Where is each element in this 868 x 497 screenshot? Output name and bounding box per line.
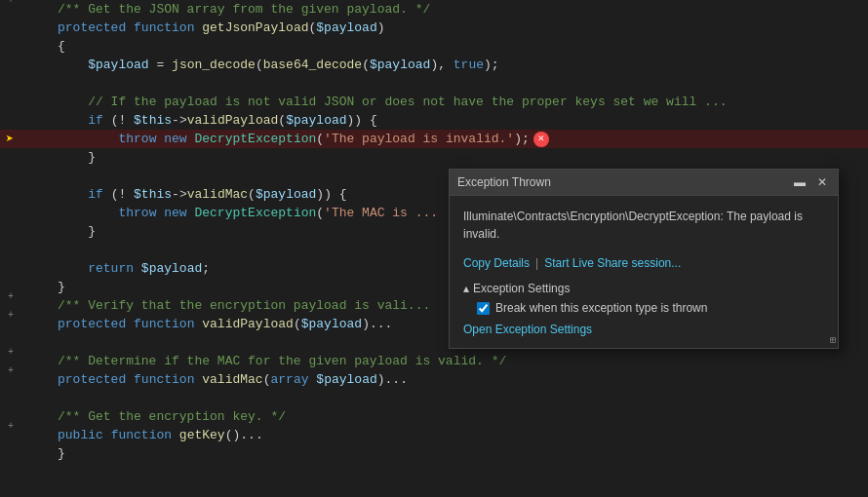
- line-content-3: {: [54, 37, 868, 56]
- code-line-9: }: [0, 148, 868, 167]
- code-editor: + /** Get the JSON array from the given …: [0, 0, 868, 497]
- fold-icon-24[interactable]: +: [8, 421, 14, 432]
- line-content-7: if (! $this->validPayload($payload)) {: [54, 111, 868, 130]
- code-line-20: + /** Determine if the MAC for the given…: [0, 352, 868, 370]
- code-line-25: }: [0, 444, 868, 463]
- line-content-4: $payload = json_decode(base64_decode($pa…: [54, 56, 868, 74]
- code-line-8: ➤ throw new DecryptException('The payloa…: [0, 130, 868, 148]
- code-line-24: + public function getKey()...: [0, 426, 868, 444]
- fold-icon-18[interactable]: +: [8, 310, 14, 321]
- break-exception-label: Break when this exception type is thrown: [495, 301, 707, 315]
- code-line-22: [0, 389, 868, 407]
- line-content-25: }: [54, 444, 868, 463]
- fold-icon-20[interactable]: +: [8, 347, 14, 358]
- fold-icon-21[interactable]: +: [8, 365, 14, 376]
- code-line-1: + /** Get the JSON array from the given …: [0, 0, 868, 19]
- popup-controls: ▬ ✕: [791, 174, 830, 190]
- exception-settings: ▴ Exception Settings Break when this exc…: [463, 282, 824, 315]
- line-content-21: protected function validMac(array $paylo…: [54, 370, 868, 389]
- settings-header-label: Exception Settings: [473, 282, 570, 295]
- yellow-arrow-icon: ➤: [6, 131, 14, 147]
- break-exception-row: Break when this exception type is thrown: [477, 301, 824, 315]
- line-content-22: [54, 389, 868, 407]
- line-content-6: // If the payload is not valid JSON or d…: [54, 93, 868, 111]
- code-line-6: // If the payload is not valid JSON or d…: [0, 93, 868, 111]
- line-content-20: /** Determine if the MAC for the given p…: [54, 352, 868, 370]
- settings-content: Break when this exception type is thrown: [463, 301, 824, 315]
- fold-icon-17[interactable]: +: [8, 291, 14, 302]
- popup-title: Exception Thrown: [457, 175, 551, 189]
- line-content-8: throw new DecryptException('The payload …: [54, 130, 868, 148]
- settings-triangle-icon: ▴: [463, 282, 469, 295]
- code-line-2: protected function getJsonPayload($paylo…: [0, 19, 868, 37]
- code-line-3: {: [0, 37, 868, 56]
- break-exception-checkbox[interactable]: [477, 302, 490, 315]
- code-line-7: if (! $this->validPayload($payload)) {: [0, 111, 868, 130]
- code-line-23: /** Get the encryption key. */: [0, 407, 868, 426]
- line-content-5: [54, 74, 868, 93]
- copy-details-link[interactable]: Copy Details: [463, 256, 530, 270]
- exception-links: Copy Details | Start Live Share session.…: [463, 256, 824, 270]
- line-content-23: /** Get the encryption key. */: [54, 407, 868, 426]
- popup-body: Illuminate\Contracts\Encryption\DecryptE…: [450, 196, 838, 348]
- code-line-5: [0, 74, 868, 93]
- debug-arrow-indicator: ➤: [0, 130, 18, 148]
- exception-popup: Exception Thrown ▬ ✕ Illuminate\Contract…: [449, 169, 839, 349]
- line-content-1: /** Get the JSON array from the given pa…: [54, 0, 868, 19]
- link-divider: |: [535, 256, 538, 270]
- line-content-2: protected function getJsonPayload($paylo…: [54, 19, 868, 37]
- line-content-24: public function getKey()...: [54, 426, 868, 444]
- popup-close-button[interactable]: ✕: [814, 174, 830, 190]
- fold-icon-1[interactable]: +: [8, 0, 14, 6]
- settings-header[interactable]: ▴ Exception Settings: [463, 282, 824, 295]
- line-content-9: }: [54, 148, 868, 167]
- code-line-21: + protected function validMac(array $pay…: [0, 370, 868, 389]
- error-circle-icon: ✕: [533, 132, 549, 147]
- live-share-link[interactable]: Start Live Share session...: [544, 256, 681, 270]
- exception-message: Illuminate\Contracts\Encryption\DecryptE…: [463, 208, 824, 243]
- popup-resize-handle[interactable]: ⊞: [830, 334, 836, 346]
- open-exception-settings-link[interactable]: Open Exception Settings: [463, 323, 824, 336]
- popup-titlebar: Exception Thrown ▬ ✕: [450, 170, 838, 196]
- code-line-4: $payload = json_decode(base64_decode($pa…: [0, 56, 868, 74]
- popup-minimize-button[interactable]: ▬: [791, 174, 809, 190]
